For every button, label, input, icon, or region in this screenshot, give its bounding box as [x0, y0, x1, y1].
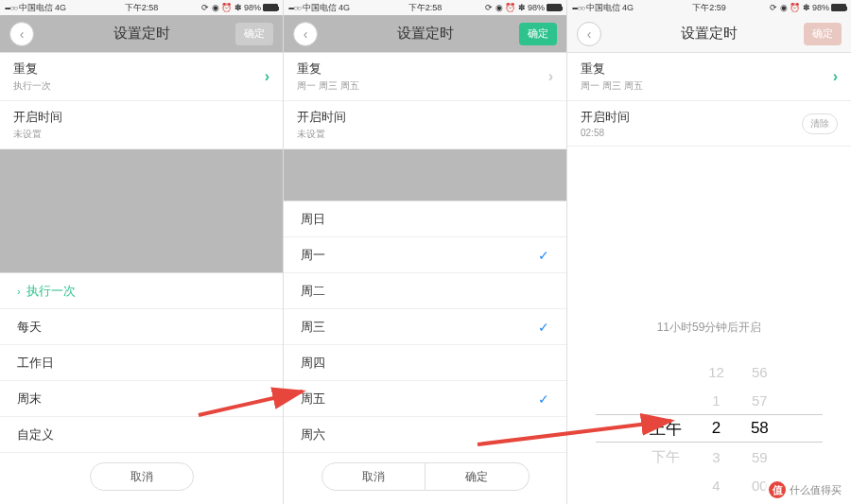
screen-weekday-picker: •••○○ 中国电信 4G 下午2:58 ⟳ ◉ ⏰ ✽ 98% ‹ 设置定时 …	[284, 0, 567, 504]
day-sat[interactable]: 周六	[284, 417, 566, 453]
battery-pct: 98%	[244, 3, 261, 12]
chevron-right-icon: ›	[265, 68, 269, 85]
hour-column[interactable]: 12 1 2 3 4	[708, 357, 724, 499]
nav-bar: ‹ 设置定时 确定	[284, 15, 566, 53]
status-bar: •••○○ 中国电信 4G 下午2:58 ⟳ ◉ ⏰ ✽ 98%	[0, 0, 283, 15]
battery-icon	[263, 4, 278, 11]
option-once[interactable]: ›执行一次	[0, 273, 283, 309]
cancel-button[interactable]: 取消	[90, 462, 194, 491]
status-icons: ⟳ ◉ ⏰ ✽	[770, 3, 810, 12]
confirm-button[interactable]: 确定	[804, 23, 842, 45]
ampm-column[interactable]: 上午 下午	[650, 357, 682, 499]
start-value: 未设置	[297, 128, 325, 141]
page-title: 设置定时	[113, 25, 170, 43]
day-thu[interactable]: 周四	[284, 345, 566, 381]
chevron-left-icon: ‹	[304, 26, 308, 42]
confirm-button[interactable]: 确定	[426, 462, 530, 491]
network-label: 4G	[55, 3, 66, 12]
repeat-title: 重复	[13, 61, 38, 78]
start-title: 开启时间	[13, 109, 62, 126]
chevron-left-icon: ‹	[587, 26, 592, 42]
cancel-button[interactable]: 取消	[321, 462, 426, 491]
back-button[interactable]: ‹	[577, 22, 601, 46]
network-label: 4G	[622, 3, 634, 12]
start-value: 02:58	[581, 128, 604, 138]
screen-repeat-menu: •••○○ 中国电信 4G 下午2:58 ⟳ ◉ ⏰ ✽ 98% ‹ 设置定时 …	[0, 0, 284, 504]
status-icons: ⟳ ◉ ⏰ ✽	[201, 3, 242, 12]
repeat-title: 重复	[581, 61, 605, 78]
repeat-title: 重复	[297, 61, 321, 78]
watermark: 值 什么值得买	[765, 479, 845, 500]
start-title: 开启时间	[297, 109, 346, 126]
start-title: 开启时间	[581, 109, 630, 126]
day-tue[interactable]: 周二	[284, 273, 566, 309]
day-mon[interactable]: 周一✓	[284, 237, 566, 273]
signal-dots-icon: •••○○	[572, 4, 584, 12]
watermark-logo-icon: 值	[769, 481, 786, 498]
status-time: 下午2:58	[408, 2, 443, 14]
start-value: 未设置	[13, 128, 42, 141]
repeat-row[interactable]: 重复 周一 周三 周五 ›	[284, 53, 566, 101]
day-wed[interactable]: 周三✓	[284, 309, 566, 345]
check-icon: ✓	[538, 391, 549, 407]
repeat-options-sheet: ›执行一次 每天 工作日 周末 自定义 取消	[0, 272, 283, 504]
option-daily[interactable]: 每天	[0, 309, 283, 345]
time-picker: 11小时59分钟后开启 上午 下午 12 1 2 3 4 56	[567, 310, 851, 504]
screen-time-picker: •••○○ 中国电信 4G 下午2:59 ⟳ ◉ ⏰ ✽ 98% ‹ 设置定时 …	[567, 0, 851, 504]
clear-button[interactable]: 清除	[802, 113, 838, 134]
chevron-right-icon: ›	[548, 68, 553, 85]
repeat-row[interactable]: 重复 周一 周三 周五 ›	[567, 53, 851, 101]
nav-bar: ‹ 设置定时 确定	[0, 15, 283, 53]
confirm-button[interactable]: 确定	[235, 23, 273, 45]
carrier-label: 中国电信	[19, 2, 53, 14]
network-label: 4G	[339, 3, 350, 12]
status-time: 下午2:58	[125, 2, 159, 14]
day-sun[interactable]: 周日	[284, 201, 566, 237]
weekday-sheet: 周日 周一✓ 周二 周三✓ 周四 周五✓ 周六 取消 确定	[284, 200, 566, 504]
carrier-label: 中国电信	[303, 2, 337, 14]
battery-pct: 98%	[528, 3, 545, 12]
signal-dots-icon: •••○○	[288, 4, 301, 12]
option-weekend[interactable]: 周末	[0, 381, 283, 417]
start-time-row[interactable]: 开启时间 02:58 清除	[567, 101, 851, 147]
option-custom[interactable]: 自定义	[0, 417, 283, 453]
carrier-label: 中国电信	[586, 2, 620, 14]
repeat-value: 周一 周三 周五	[297, 79, 359, 93]
chevron-left-icon: ‹	[20, 26, 25, 42]
minute-column[interactable]: 56 57 58 59 00	[751, 357, 769, 499]
back-button[interactable]: ‹	[293, 22, 318, 46]
start-time-row[interactable]: 开启时间 未设置	[0, 101, 283, 149]
back-button[interactable]: ‹	[9, 22, 34, 46]
status-time: 下午2:59	[692, 2, 726, 14]
start-time-row[interactable]: 开启时间 未设置	[284, 101, 566, 149]
repeat-value: 周一 周三 周五	[581, 79, 643, 93]
signal-dots-icon: •••○○	[5, 4, 17, 12]
day-fri[interactable]: 周五✓	[284, 381, 566, 417]
chevron-right-icon: ›	[833, 68, 838, 85]
dim-overlay: •••○○ 中国电信 4G 下午2:58 ⟳ ◉ ⏰ ✽ 98% ‹ 设置定时 …	[284, 0, 566, 206]
repeat-value: 执行一次	[13, 79, 51, 93]
battery-icon	[831, 4, 846, 11]
repeat-row[interactable]: 重复 执行一次 ›	[0, 53, 283, 101]
page-title: 设置定时	[397, 25, 454, 43]
check-icon: ✓	[538, 320, 549, 335]
battery-pct: 98%	[812, 3, 829, 12]
picker-hint: 11小时59分钟后开启	[567, 320, 851, 336]
status-icons: ⟳ ◉ ⏰ ✽	[485, 3, 526, 12]
chevron-right-icon: ›	[17, 286, 21, 297]
watermark-text: 什么值得买	[790, 483, 842, 497]
status-bar: •••○○ 中国电信 4G 下午2:58 ⟳ ◉ ⏰ ✽ 98%	[284, 0, 566, 15]
page-title: 设置定时	[681, 25, 738, 43]
battery-icon	[547, 4, 562, 11]
nav-bar: ‹ 设置定时 确定	[567, 15, 851, 53]
confirm-button[interactable]: 确定	[519, 23, 557, 45]
check-icon: ✓	[538, 248, 549, 263]
option-workday[interactable]: 工作日	[0, 345, 283, 381]
status-bar: •••○○ 中国电信 4G 下午2:59 ⟳ ◉ ⏰ ✽ 98%	[567, 0, 851, 15]
dim-overlay: •••○○ 中国电信 4G 下午2:58 ⟳ ◉ ⏰ ✽ 98% ‹ 设置定时 …	[0, 0, 283, 287]
